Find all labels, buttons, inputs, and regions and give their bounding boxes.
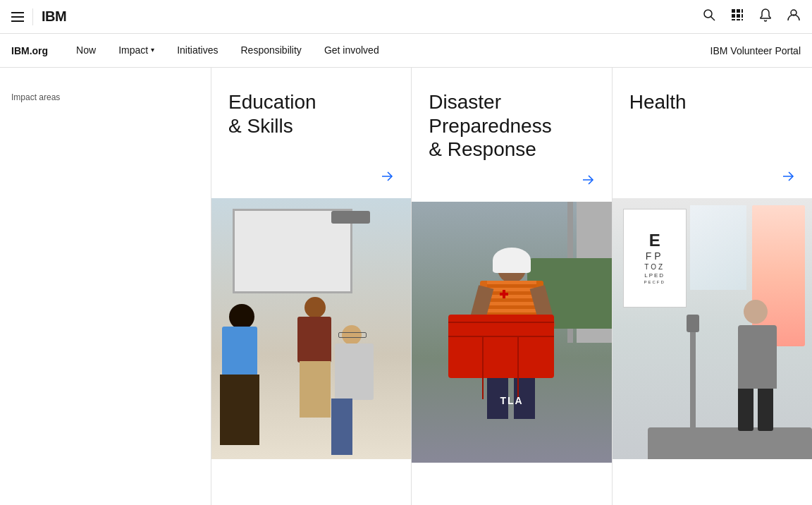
arrow-right-icon[interactable] xyxy=(380,169,394,187)
svg-point-0 xyxy=(704,10,712,18)
grid-icon[interactable] xyxy=(730,8,744,25)
top-bar-left: IBM xyxy=(11,8,66,25)
sidebar-label: Impact areas xyxy=(11,92,60,102)
card-education-title: Education & Skills xyxy=(228,90,394,158)
svg-rect-7 xyxy=(742,14,743,18)
svg-rect-4 xyxy=(742,9,743,13)
nav-brand[interactable]: IBM.org xyxy=(11,45,48,56)
main-content: Impact areas Education & Skills xyxy=(0,68,812,505)
svg-rect-10 xyxy=(742,19,743,20)
card-education-arrow xyxy=(228,158,394,198)
disaster-image-placeholder: TLA xyxy=(412,202,611,463)
chevron-down-icon: ▾ xyxy=(151,46,154,54)
card-education-image xyxy=(211,198,411,505)
notification-icon[interactable] xyxy=(758,8,773,25)
user-icon[interactable] xyxy=(787,8,801,25)
card-health: Health E FP xyxy=(613,68,812,505)
svg-rect-8 xyxy=(732,19,735,20)
card-health-arrow xyxy=(629,158,795,198)
card-health-header: Health xyxy=(613,68,812,198)
arrow-right-icon[interactable] xyxy=(581,173,595,190)
card-education: Education & Skills xyxy=(211,68,412,505)
card-disaster: Disaster Preparedness & Response xyxy=(412,68,612,505)
nav-item-now[interactable]: Now xyxy=(65,34,107,68)
svg-rect-3 xyxy=(737,9,740,13)
svg-rect-6 xyxy=(737,14,740,18)
card-health-title: Health xyxy=(629,90,795,158)
volunteer-portal-link[interactable]: IBM Volunteer Portal xyxy=(710,45,812,56)
card-health-image: E FP TOZ LPED PECFD xyxy=(613,198,812,505)
card-disaster-arrow xyxy=(429,162,594,202)
nav-item-impact[interactable]: Impact ▾ xyxy=(107,34,166,68)
card-disaster-header: Disaster Preparedness & Response xyxy=(412,68,611,202)
card-disaster-image: TLA xyxy=(412,202,611,505)
card-disaster-title: Disaster Preparedness & Response xyxy=(429,90,594,162)
svg-line-1 xyxy=(711,17,715,21)
education-image-placeholder xyxy=(211,198,411,459)
cards-area: Education & Skills xyxy=(211,68,812,505)
nav-bar: IBM.org Now Impact ▾ Initiatives Respons… xyxy=(0,34,812,68)
top-bar: IBM xyxy=(0,0,812,34)
search-icon[interactable] xyxy=(702,8,716,25)
nav-items: Now Impact ▾ Initiatives Responsibility … xyxy=(65,34,710,68)
hamburger-icon[interactable] xyxy=(11,12,24,22)
nav-item-responsibility[interactable]: Responsibility xyxy=(230,34,313,68)
arrow-right-icon[interactable] xyxy=(781,169,795,187)
nav-item-initiatives[interactable]: Initiatives xyxy=(166,34,229,68)
ibm-logo[interactable]: IBM xyxy=(42,8,66,25)
sidebar: Impact areas xyxy=(0,68,211,505)
svg-rect-5 xyxy=(732,14,735,18)
card-education-header: Education & Skills xyxy=(211,68,411,198)
svg-rect-9 xyxy=(737,19,740,20)
top-bar-right xyxy=(702,8,801,25)
svg-rect-2 xyxy=(732,9,735,13)
health-image-placeholder: E FP TOZ LPED PECFD xyxy=(613,198,812,459)
vertical-divider xyxy=(32,8,33,25)
nav-item-get-involved[interactable]: Get involved xyxy=(313,34,390,68)
